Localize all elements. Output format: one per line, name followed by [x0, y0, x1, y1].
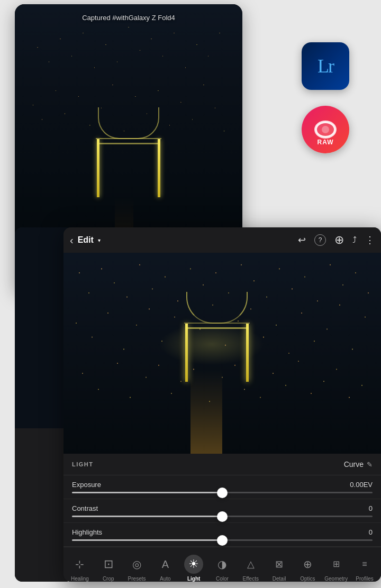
effects-label: Effects	[243, 576, 259, 582]
curve-edit-icon: ✎	[367, 461, 373, 468]
back-button[interactable]: ‹	[70, 234, 74, 246]
profiles-icon: ≡	[362, 560, 367, 568]
contrast-thumb[interactable]	[217, 511, 228, 522]
contrast-track[interactable]	[72, 516, 373, 517]
partial-phone-left: ✦ Healing	[15, 227, 68, 582]
exposure-track[interactable]	[72, 492, 373, 493]
share-button[interactable]: ⤴	[352, 235, 357, 245]
toolbar-item-color[interactable]: ◑ Color	[208, 552, 236, 582]
more-button[interactable]: ⋮	[365, 234, 375, 246]
exposure-row: Exposure 0.00EV	[64, 475, 381, 499]
effects-icon: △	[247, 559, 255, 569]
geometry-label: Geometry	[324, 576, 348, 582]
raw-camera-icon[interactable]: RAW	[302, 106, 349, 153]
highlights-value: 0	[369, 528, 373, 536]
toolbar-item-healing[interactable]: ⊹ Healing	[66, 552, 94, 582]
contrast-value: 0	[369, 504, 373, 512]
profiles-label: Profiles	[356, 576, 373, 582]
curve-button[interactable]: Curve ✎	[344, 460, 373, 468]
healing-icon: ⊹	[75, 559, 84, 569]
highlights-thumb[interactable]	[217, 535, 228, 546]
toolbar-item-profiles[interactable]: ≡ Profiles	[351, 552, 378, 582]
curve-label: Curve	[344, 460, 364, 468]
color-label: Color	[216, 576, 229, 582]
edit-topbar-right: ↩ ? ⊕ ⤴ ⋮	[298, 233, 375, 247]
highlights-track[interactable]	[72, 539, 373, 541]
partial-panel	[15, 428, 68, 582]
exposure-label: Exposure	[72, 481, 101, 489]
healing-label: Healing	[71, 576, 89, 582]
exposure-value: 0.00EV	[350, 481, 373, 489]
toolbar-item-detail[interactable]: ⊠ Detail	[266, 552, 293, 582]
edit-topbar-left: ‹ Edit ▾	[70, 234, 101, 246]
edit-dropdown-icon[interactable]: ▾	[98, 237, 101, 243]
photo-edit-area	[64, 253, 381, 454]
app-icons-container: Lr RAW	[302, 42, 349, 153]
color-icon: ◑	[217, 559, 226, 569]
toolbar-item-auto[interactable]: A Auto	[151, 552, 179, 582]
toolbar-item-effects[interactable]: △ Effects	[237, 552, 265, 582]
controls-panel: LIGHT Curve ✎ Exposure 0.00EV Contrast 0	[64, 454, 381, 547]
light-header: LIGHT Curve ✎	[64, 454, 381, 475]
raw-text: RAW	[318, 139, 334, 146]
auto-icon: A	[162, 559, 169, 569]
contrast-row: Contrast 0	[64, 499, 381, 523]
lightroom-icon[interactable]: Lr	[302, 42, 349, 90]
undo-button[interactable]: ↩	[298, 234, 306, 246]
optics-label: Optics	[300, 576, 315, 582]
light-section-label: LIGHT	[72, 461, 94, 467]
optics-icon: ⊕	[303, 559, 312, 569]
bridge-photo	[143, 313, 291, 382]
street-glow	[190, 369, 222, 454]
presets-icon: ◎	[132, 559, 141, 569]
edit-phone: ‹ Edit ▾ ↩ ? ⊕ ⤴ ⋮ LIGHT	[64, 227, 381, 582]
detail-icon: ⊠	[275, 559, 283, 569]
geometry-icon: ⊞	[333, 560, 340, 568]
toolbar-item-presets[interactable]: ◎ Presets	[123, 552, 151, 582]
toolbar-item-crop[interactable]: ⊡ Crop	[95, 552, 122, 582]
contrast-label: Contrast	[72, 504, 98, 512]
lr-text: Lr	[318, 55, 333, 77]
toolbar-item-geometry[interactable]: ⊞ Geometry	[322, 552, 350, 582]
highlights-row: Highlights 0	[64, 523, 381, 547]
top-phone-caption: Captured #withGalaxy Z Fold4	[82, 14, 175, 22]
light-label: Light	[187, 576, 200, 582]
edit-title: Edit	[78, 235, 94, 245]
auto-label: Auto	[160, 576, 171, 582]
add-button[interactable]: ⊕	[334, 233, 344, 247]
highlights-label: Highlights	[72, 528, 102, 536]
exposure-thumb[interactable]	[217, 488, 228, 498]
presets-label: Presets	[128, 576, 146, 582]
toolbar-item-optics[interactable]: ⊕ Optics	[294, 552, 321, 582]
toolbar-item-light[interactable]: ☀ Light	[180, 552, 207, 582]
edit-topbar: ‹ Edit ▾ ↩ ? ⊕ ⤴ ⋮	[64, 227, 381, 253]
bottom-toolbar: ⊹ Healing ⊡ Crop ◎ Presets A Auto ☀	[64, 547, 381, 582]
detail-label: Detail	[273, 576, 286, 582]
crop-label: Crop	[103, 576, 114, 582]
help-button[interactable]: ?	[314, 234, 326, 246]
light-icon: ☀	[188, 558, 199, 570]
crop-icon: ⊡	[104, 558, 113, 570]
partial-photo	[15, 227, 68, 428]
